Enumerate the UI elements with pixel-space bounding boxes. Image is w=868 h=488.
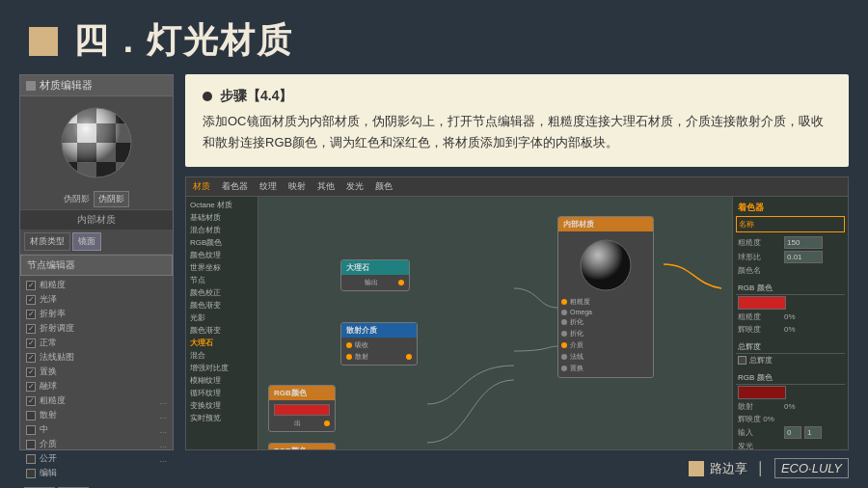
ne-sidebar-enhance[interactable]: 增强对比度 [188, 362, 256, 374]
ne-sidebar-loop[interactable]: 循环纹理 [188, 387, 256, 399]
ne-toolbar-emit[interactable]: 发光 [343, 180, 366, 193]
ne-sidebar-blend[interactable]: 混合 [188, 349, 256, 362]
ne-sidebar-marble[interactable]: 大理石 [188, 337, 256, 349]
cb-row-public: 公开 ... [26, 451, 167, 466]
cb-mid[interactable] [26, 425, 36, 435]
node-marble-header: 大理石 [341, 260, 409, 275]
node-scatter-medium[interactable]: 散射介质 吸收 散射 [340, 322, 418, 366]
ne-sidebar-base[interactable]: 基础材质 [188, 211, 256, 224]
right-panel: 步骤【4.4】 添加OC镜面材质为内部材质，伪阴影勾上，打开节点编辑器，粗糙度连… [185, 74, 849, 450]
ne-props-title: 着色器 [736, 200, 845, 216]
bottom-btns: 确定 取消 [20, 484, 173, 488]
ne-props-val2[interactable] [804, 426, 822, 439]
cb-ior[interactable] [26, 310, 36, 319]
cb-edit[interactable] [26, 469, 36, 478]
mat-type-btn-specular[interactable]: 镜面 [72, 232, 101, 251]
panel-icon [26, 81, 36, 91]
ne-props-val1[interactable] [784, 426, 801, 439]
cb-scatter[interactable] [26, 411, 36, 420]
cb-medium[interactable] [26, 440, 36, 449]
node-scatter-body: 吸收 散射 [341, 338, 417, 365]
ne-sidebar-transform[interactable]: 变换纹理 [188, 399, 256, 412]
ne-sidebar-rgb[interactable]: RGB颜色 [188, 236, 256, 249]
node-inner-body: 粗糙度 Omega 折化 [558, 231, 653, 377]
ne-cb-row-total: 总辉度 [736, 354, 845, 366]
ne-sidebar-blur[interactable]: 模糊纹理 [188, 374, 256, 387]
ne-sidebar-colorcorrect[interactable]: 颜色校正 [188, 286, 256, 299]
cb-displacement[interactable] [26, 367, 36, 377]
ne-sidebar-gradient2[interactable]: 颜色渐变 [188, 324, 256, 337]
ne-props-rough2-label: 粗糙度 [738, 312, 781, 322]
ne-main-canvas[interactable]: 大理石 输出 散射介质 [258, 197, 732, 449]
node-scatter-header: 散射介质 [341, 323, 417, 338]
ne-toolbar-map[interactable]: 映射 [285, 180, 309, 193]
mat-type-btn-type[interactable]: 材质类型 [24, 232, 70, 251]
ne-props-ior-row: 球形比 [736, 250, 845, 264]
node-editor-btn[interactable]: 节点编辑器 [20, 255, 173, 276]
ne-sidebar-gradient[interactable]: 颜色渐变 [188, 299, 256, 312]
ne-props-roughness-input[interactable] [784, 236, 823, 249]
ne-sidebar-colortex[interactable]: 颜色纹理 [188, 249, 256, 261]
ne-props-color2-row [736, 385, 845, 400]
ne-props-color1-row [736, 295, 845, 311]
ne-props-ior-input[interactable] [784, 251, 823, 263]
cb-refraction[interactable] [26, 324, 36, 334]
ne-canvas: Octane 材质 基础材质 混合材质 RGB颜色 颜色纹理 世界坐标 节点 颜… [186, 197, 848, 449]
cb-row-normal: 正常 [26, 336, 167, 350]
footer: 路边享 │ ECO·LULY [689, 458, 849, 478]
cb-normalmap[interactable] [26, 353, 36, 363]
port-inner-disp [561, 366, 567, 371]
cb-gloss[interactable] [26, 295, 36, 305]
ne-props-scatter2-row: 辉映度 0% [736, 413, 845, 425]
cb-row-roughness: 粗糙度 [26, 278, 167, 292]
ne-props-reflect-label: 辉映度 [738, 324, 781, 335]
checkbox-list: 粗糙度 光泽 折射率 折射调度 正常 法线贴图 [20, 276, 173, 482]
page-title: 四．灯光材质 [73, 17, 293, 65]
cb-row-ior: 折射率 [26, 307, 167, 321]
cb-row-gloss: 光泽 [26, 292, 167, 307]
preview-dropdown[interactable]: 伪阴影 [94, 191, 129, 207]
port-inner-rough [561, 299, 567, 305]
ne-props-roughness-label: 粗糙度 [738, 237, 781, 248]
ne-toolbar-texture[interactable]: 纹理 [257, 180, 280, 193]
ne-cb-total[interactable] [738, 356, 746, 365]
ne-props-inputs-label: 输入 [738, 427, 781, 438]
instruction-step: 步骤【4.4】 [203, 88, 831, 105]
footer-square [689, 461, 704, 476]
material-editor-panel: 材质编辑器 [19, 74, 174, 450]
ne-sidebar-node[interactable]: 节点 [188, 274, 256, 286]
cb-row-medium: 介质 ... [26, 437, 167, 451]
ne-sidebar-octane[interactable]: Octane 材质 [188, 199, 256, 211]
ne-color-red-swatch[interactable] [738, 296, 786, 310]
cb-public[interactable] [26, 454, 36, 464]
cb-normal[interactable] [26, 339, 36, 348]
ne-section-rgb: RGB 颜色 [736, 280, 845, 295]
node-rgb2-header: RGB颜色 [269, 444, 335, 450]
mat-type-row: 材质类型 镜面 [20, 230, 173, 255]
ne-section-total: 总辉度 [736, 339, 845, 354]
node-marble-out: 输出 [346, 277, 404, 288]
cb-metaball[interactable] [26, 382, 36, 392]
ne-toolbar-other[interactable]: 其他 [314, 180, 338, 193]
cb-roughness[interactable] [26, 281, 36, 290]
ne-sidebar-world[interactable]: 世界坐标 [188, 261, 256, 274]
cb-rough2[interactable] [26, 396, 36, 406]
ne-sidebar-shadow[interactable]: 光影 [188, 312, 256, 324]
node-rgb2[interactable]: RGB颜色 出 [268, 443, 336, 450]
ne-toolbar-material[interactable]: 材质 [190, 180, 213, 193]
cb-row-edit: 编辑 [26, 466, 167, 480]
port-inner-refr2 [561, 331, 567, 337]
ne-toolbar-shader[interactable]: 着色器 [219, 180, 251, 193]
ne-sidebar-mix[interactable]: 混合材质 [188, 224, 256, 236]
ne-props-scatter-row: 散射 0% [736, 400, 845, 413]
ne-color-darkred-swatch[interactable] [738, 386, 786, 399]
port-scatter-out [406, 354, 412, 360]
ne-toolbar-color[interactable]: 颜色 [372, 180, 395, 193]
footer-separator: │ [757, 461, 765, 475]
node-inner-material[interactable]: 内部材质 [557, 216, 654, 378]
node-rgb1[interactable]: RGB颜色 出 [268, 385, 336, 432]
inner-mat-sphere [577, 236, 635, 294]
ne-sidebar-preview[interactable]: 实时预览 [188, 412, 256, 424]
inner-material-label: 内部材质 [20, 209, 173, 230]
node-marble[interactable]: 大理石 输出 [340, 259, 410, 291]
